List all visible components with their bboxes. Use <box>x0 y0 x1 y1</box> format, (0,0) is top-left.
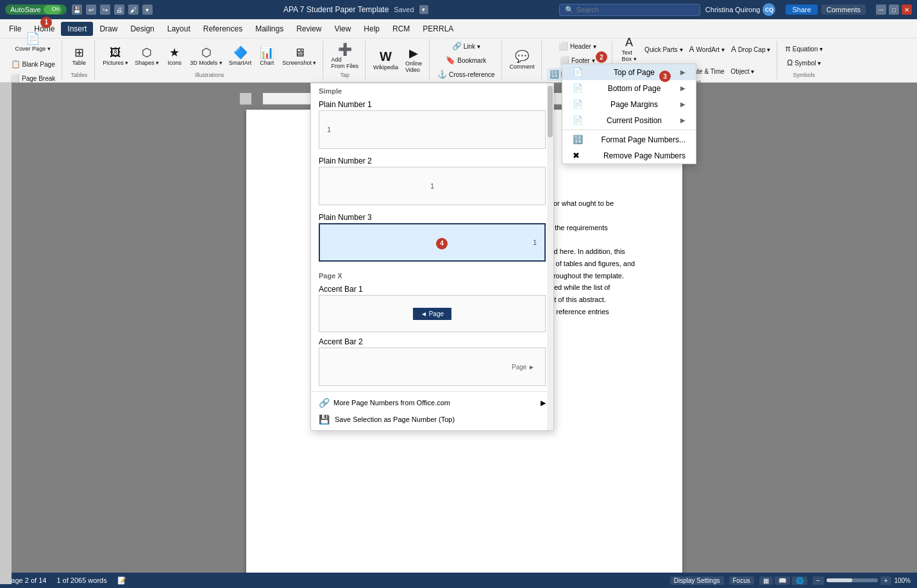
minimize-button[interactable]: ─ <box>876 4 886 15</box>
online-video-icon: ▶ <box>409 47 418 59</box>
menu-bar: File Home 1 Insert Draw Design Layout Re… <box>0 19 917 38</box>
remove-page-numbers-item[interactable]: ✖ Remove Page Numbers <box>562 147 696 164</box>
top-of-page-item[interactable]: 📄 Top of Page ▶ <box>562 64 696 80</box>
search-input[interactable] <box>576 6 692 13</box>
gallery-footer: 🔗 More Page Numbers from Office.com ▶ 💾 … <box>311 391 553 430</box>
chart-button[interactable]: 📊 Chart <box>255 42 278 71</box>
symbol-button[interactable]: Ω Symbol ▾ <box>784 56 823 69</box>
equation-button[interactable]: π Equation ▾ <box>782 42 825 55</box>
smartart-button[interactable]: 🔷 SmartArt <box>226 42 255 71</box>
menu-item-home[interactable]: Home 1 <box>28 22 61 36</box>
comment-icon: 💬 <box>515 51 529 62</box>
format-painter-icon[interactable]: 🖌 <box>128 4 139 15</box>
status-right: Display Settings Focus ▦ 📖 🌐 − + 100% <box>670 576 911 585</box>
close-button[interactable]: ✕ <box>902 4 912 15</box>
menu-item-layout[interactable]: Layout <box>161 22 197 36</box>
comments-button[interactable]: Comments <box>821 4 866 15</box>
zoom-in-button[interactable]: + <box>880 576 892 585</box>
wordart-button[interactable]: A WordArt ▾ <box>687 43 727 56</box>
bookmark-button[interactable]: 🔖 Bookmark <box>443 54 489 67</box>
online-video-button[interactable]: ▶ OnlineVideo <box>402 46 425 74</box>
add-from-files-button[interactable]: ➕ AddFrom Files <box>328 42 361 71</box>
toolbar-group-links: 🔗 Link ▾ 🔖 Bookmark ⚓ Cross-reference <box>431 41 502 80</box>
drop-cap-button[interactable]: A Drop Cap ▾ <box>728 43 773 56</box>
share-button[interactable]: Share <box>786 4 817 15</box>
web-view-button[interactable]: 🌐 <box>792 576 807 585</box>
save-icon[interactable]: 💾 <box>72 4 82 15</box>
zoom-slider[interactable] <box>827 578 878 582</box>
symbol-icon: Ω <box>787 58 793 67</box>
autosave-label: AutoSave <box>10 6 41 13</box>
redo-icon[interactable]: ↪ <box>100 4 110 15</box>
plain-number-1-item[interactable]: Plain Number 1 1 <box>311 97 553 154</box>
display-settings-button[interactable]: Display Settings <box>670 576 724 585</box>
menu-item-rcm[interactable]: RCM <box>386 22 416 36</box>
save-selection-icon: 💾 <box>319 414 330 424</box>
annotation-1: 1 <box>40 17 52 28</box>
read-mode-button[interactable]: 📖 <box>775 576 790 585</box>
toolbar-row-links3: ⚓ Cross-reference <box>435 68 498 81</box>
page-info: Page 2 of 14 <box>6 576 46 584</box>
pictures-button[interactable]: 🖼 Pictures ▾ <box>100 42 131 71</box>
plain-number-2-label: Plain Number 2 <box>319 156 546 165</box>
toolbar-group-pages: 📄 Cover Page ▾ 📋 Blank Page ⬜ Page Break… <box>4 41 62 80</box>
menu-item-draw[interactable]: Draw <box>93 22 124 36</box>
menu-item-design[interactable]: Design <box>124 22 160 36</box>
cross-reference-button[interactable]: ⚓ Cross-reference <box>435 68 498 81</box>
status-left: Page 2 of 14 1 of 2065 words 📝 <box>6 576 126 585</box>
top-page-arrow: ▶ <box>680 69 686 76</box>
autosave-badge[interactable]: AutoSave On <box>5 4 67 15</box>
gallery-scrollbar[interactable] <box>547 83 553 430</box>
plain-number-3-item[interactable]: Plain Number 3 1 <box>311 210 553 267</box>
bottom-of-page-item[interactable]: 📄 Bottom of Page ▶ <box>562 80 696 96</box>
shapes-button[interactable]: ⬡ Shapes ▾ <box>132 42 162 71</box>
accent-bar-1-text: ◄ Page <box>421 310 444 317</box>
autosave-toggle[interactable]: On <box>44 5 62 14</box>
quick-parts-button[interactable]: Quick Parts ▾ <box>642 43 685 56</box>
format-page-numbers-item[interactable]: 🔢 Format Page Numbers... <box>562 131 696 147</box>
menu-item-help[interactable]: Help <box>357 22 386 36</box>
blank-page-button[interactable]: 📋 Blank Page <box>8 58 58 71</box>
page-margins-item[interactable]: 📄 Page Margins ▶ <box>562 96 696 112</box>
focus-button[interactable]: Focus <box>729 576 754 585</box>
text-box-button[interactable]: A TextBox ▾ <box>618 35 641 63</box>
menu-item-perrla[interactable]: PERRLA <box>416 22 460 36</box>
table-button[interactable]: ⊞ Table <box>67 42 90 71</box>
accent-bar-2-item[interactable]: Accent Bar 2 Page ► <box>311 335 553 391</box>
icons-button[interactable]: ★ Icons <box>163 42 186 71</box>
print-layout-button[interactable]: ▦ <box>759 576 773 585</box>
bookmark-icon: 🔖 <box>446 56 455 65</box>
plain-number-2-item[interactable]: Plain Number 2 1 <box>311 154 553 210</box>
menu-item-review[interactable]: Review <box>290 22 328 36</box>
page-number-dropdown: 📄 Top of Page ▶ 📄 Bottom of Page ▶ 📄 Pag… <box>562 63 696 164</box>
toolbar-group-tables: ⊞ Table Tables <box>63 41 95 80</box>
add-files-icon: ➕ <box>338 44 352 55</box>
wikipedia-button[interactable]: W Wikipedia <box>371 46 401 74</box>
comment-button[interactable]: 💬 Comment <box>507 46 537 74</box>
maximize-button[interactable]: □ <box>889 4 899 15</box>
current-position-item[interactable]: 📄 Current Position ▶ <box>562 112 696 128</box>
more-page-numbers-label: More Page Numbers from Office.com <box>333 399 450 407</box>
menu-item-view[interactable]: View <box>328 22 358 36</box>
menu-item-mailings[interactable]: Mailings <box>249 22 290 36</box>
undo-icon[interactable]: ↩ <box>86 4 96 15</box>
plain-number-2-preview: 1 <box>319 167 546 205</box>
3d-models-button[interactable]: ⬡ 3D Models ▾ <box>187 42 225 71</box>
save-selection-item[interactable]: 💾 Save Selection as Page Number (Top) <box>311 411 553 428</box>
header-button[interactable]: ⬜ Header ▾ <box>556 40 599 53</box>
more-page-numbers-item[interactable]: 🔗 More Page Numbers from Office.com ▶ <box>311 394 553 411</box>
print-icon[interactable]: 🖨 <box>114 4 124 15</box>
format-page-numbers-label: Format Page Numbers... <box>602 135 686 144</box>
toolbar-row-sym1: π Equation ▾ <box>782 42 825 55</box>
zoom-out-button[interactable]: − <box>812 576 824 585</box>
accent-bar-1-item[interactable]: Accent Bar 1 ◄ Page <box>311 282 553 335</box>
menu-item-insert[interactable]: Insert <box>61 22 93 36</box>
search-box[interactable]: 🔍 <box>559 4 700 16</box>
object-button[interactable]: Object ▾ <box>728 65 757 78</box>
screenshot-button[interactable]: 🖥 Screenshot ▾ <box>280 42 319 71</box>
menu-item-references[interactable]: References <box>197 22 249 36</box>
more-quick-icon[interactable]: ▾ <box>142 4 153 15</box>
status-bar: Page 2 of 14 1 of 2065 words 📝 Display S… <box>0 573 917 588</box>
link-button[interactable]: 🔗 Link ▾ <box>450 40 483 53</box>
accent-bar-1-inner: ◄ Page <box>413 308 451 320</box>
